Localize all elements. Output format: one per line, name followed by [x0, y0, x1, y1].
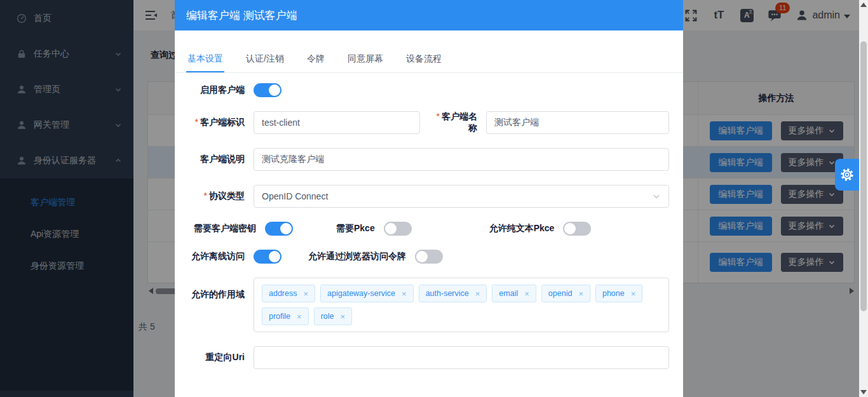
required-marker: * — [437, 111, 440, 121]
form-row-pkce-toggles: 需要客户端密钥 需要Pkce 允许纯文本Pkce — [187, 222, 669, 236]
scope-tag: profile× — [262, 307, 309, 325]
enable-client-toggle[interactable] — [254, 83, 281, 97]
require-secret-label: 需要客户端密钥 — [187, 223, 256, 234]
remove-tag-icon[interactable]: × — [475, 290, 480, 298]
scope-tag: openid× — [541, 285, 590, 302]
scope-tag: email× — [492, 285, 536, 302]
form-row-redirect-uri: 重定向Uri — [187, 346, 669, 369]
client-name-input[interactable] — [486, 111, 669, 134]
tab-token[interactable]: 令牌 — [306, 53, 326, 72]
scope-tag: auth-service× — [419, 285, 487, 302]
modal-title: 编辑客户端 测试客户端 — [186, 8, 297, 23]
allow-browser-token-toggle[interactable] — [415, 250, 443, 264]
client-desc-label: 客户端说明 — [187, 154, 245, 165]
scroll-down-arrow-icon[interactable] — [860, 390, 867, 394]
allow-browser-token-label: 允许通过浏览器访问令牌 — [308, 251, 406, 262]
theme-settings-button[interactable] — [835, 159, 859, 191]
redirect-uri-label: 重定向Uri — [187, 352, 245, 363]
form-row-client-desc: 客户端说明 — [187, 148, 669, 171]
required-marker: * — [195, 117, 198, 127]
enable-client-label: 启用客户端 — [187, 84, 245, 96]
client-id-label: *客户端标识 — [187, 117, 245, 128]
modal-tabs: 基本设置 认证/注销 令牌 同意屏幕 设备流程 — [175, 53, 683, 73]
protocol-label: *协议类型 — [187, 191, 245, 202]
form-row-protocol: *协议类型 OpenID Connect — [187, 185, 669, 208]
tab-consent-screen[interactable]: 同意屏幕 — [346, 53, 384, 72]
scope-tag: apigateway-service× — [320, 285, 414, 302]
scrollbar-thumb[interactable] — [860, 41, 867, 311]
form-row-scopes: 允许的作用域 address× apigateway-service× auth… — [187, 278, 669, 332]
scroll-up-arrow-icon[interactable] — [860, 3, 867, 7]
scopes-label: 允许的作用域 — [187, 278, 245, 300]
tab-auth-logout[interactable]: 认证/注销 — [245, 53, 285, 72]
client-form: 启用客户端 *客户端标识 *客户端名称 客户端说明 *协议类型 OpenID C… — [175, 73, 683, 369]
remove-tag-icon[interactable]: × — [340, 313, 345, 321]
chevron-down-icon — [652, 192, 661, 201]
allow-offline-label: 允许离线访问 — [187, 251, 245, 262]
modal-header: 编辑客户端 测试客户端 — [175, 0, 683, 30]
protocol-select[interactable]: OpenID Connect — [254, 185, 669, 208]
remove-tag-icon[interactable]: × — [402, 290, 407, 298]
tab-basic-settings[interactable]: 基本设置 — [186, 53, 224, 72]
require-pkce-label: 需要Pkce — [336, 223, 375, 234]
allow-plain-pkce-label: 允许纯文本Pkce — [489, 223, 555, 234]
scope-tag: phone× — [595, 285, 642, 302]
protocol-selected-value: OpenID Connect — [262, 191, 328, 201]
require-secret-toggle[interactable] — [265, 222, 293, 236]
allow-offline-toggle[interactable] — [254, 250, 281, 264]
require-pkce-toggle[interactable] — [384, 222, 412, 236]
scope-tag: role× — [314, 307, 352, 325]
tab-device-flow[interactable]: 设备流程 — [405, 53, 443, 72]
redirect-uri-input[interactable] — [254, 346, 669, 369]
remove-tag-icon[interactable]: × — [578, 290, 583, 298]
form-row-access-toggles: 允许离线访问 允许通过浏览器访问令牌 — [187, 250, 669, 264]
edit-client-modal: 编辑客户端 测试客户端 基本设置 认证/注销 令牌 同意屏幕 设备流程 启用客户… — [175, 0, 683, 397]
remove-tag-icon[interactable]: × — [631, 290, 636, 298]
allow-plain-pkce-toggle[interactable] — [563, 222, 591, 236]
remove-tag-icon[interactable]: × — [303, 290, 308, 298]
form-row-client-id-name: *客户端标识 *客户端名称 — [187, 111, 669, 134]
client-name-label: *客户端名称 — [430, 111, 477, 134]
remove-tag-icon[interactable]: × — [524, 290, 529, 298]
scope-tag: address× — [262, 285, 315, 302]
gear-icon — [839, 167, 855, 182]
form-row-enable-client: 启用客户端 — [187, 83, 669, 97]
scopes-tagbox[interactable]: address× apigateway-service× auth-servic… — [254, 278, 669, 332]
page-scrollbar[interactable] — [859, 0, 868, 397]
remove-tag-icon[interactable]: × — [297, 313, 302, 321]
client-id-input[interactable] — [254, 111, 420, 134]
client-desc-input[interactable] — [254, 148, 669, 171]
required-marker: * — [204, 191, 207, 201]
